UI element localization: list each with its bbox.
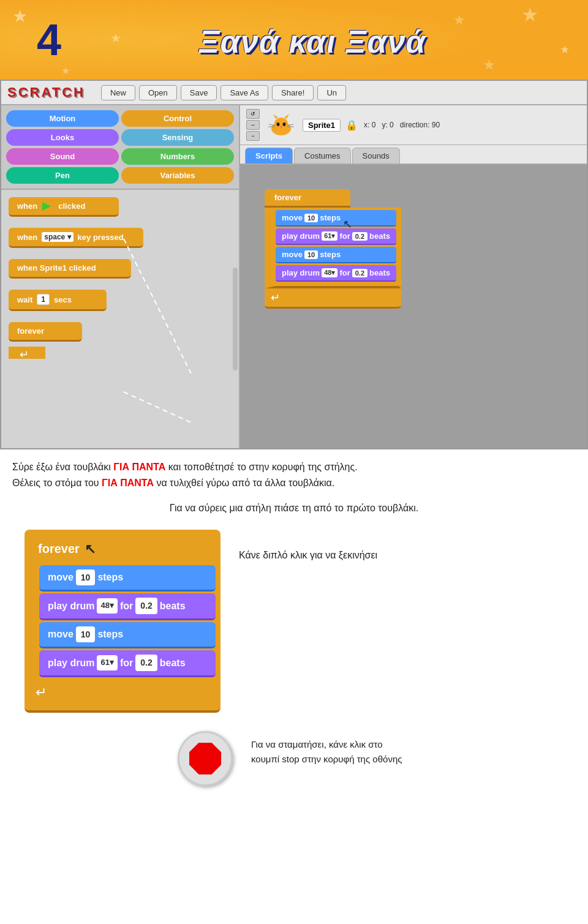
content-area: Σύρε έξω ένα τουβλάκι ΓΙΑ ΠΑΝΤΑ και τοπο…	[0, 449, 588, 802]
space-dropdown[interactable]: space ▾	[42, 232, 73, 242]
big-drum1-value[interactable]: 0.2	[135, 598, 157, 614]
sprite-x: 0	[372, 121, 376, 129]
drum1-beats-value[interactable]: 0.2	[352, 232, 368, 241]
when2-label: when	[17, 233, 37, 242]
block-when-space[interactable]: when space ▾ key pressed	[9, 228, 232, 253]
highlight-for-panta-2: ΓΙΑ ΠΑΝΤΑ	[102, 478, 154, 488]
share-button[interactable]: Share!	[272, 85, 314, 100]
resize-btn[interactable]: ↔	[246, 120, 260, 130]
flag-icon	[42, 202, 53, 211]
new-button[interactable]: New	[101, 85, 135, 100]
side-note-text: Κάνε διπλό κλικ για να ξεκινήσει	[239, 550, 377, 560]
lock-icon: 🔒	[345, 119, 358, 131]
big-block-move2[interactable]: move 10 steps	[39, 622, 216, 648]
star-icon: ★	[483, 56, 496, 73]
open-button[interactable]: Open	[139, 85, 177, 100]
undo-button[interactable]: Un	[317, 85, 346, 100]
forever-arrow: ↵	[20, 348, 29, 361]
big-drum1-label: play drum	[48, 598, 94, 614]
star-icon: ★	[12, 6, 28, 26]
scratch-main: Motion Control Looks Sensing Sound Numbe…	[1, 105, 587, 448]
forever-script-block[interactable]: forever move 10 steps play drum 61▾ for	[265, 189, 401, 309]
category-looks[interactable]: Looks	[6, 129, 119, 146]
scratch-toolbar: SCRATCH New Open Save Save As Share! Un	[1, 81, 587, 105]
for1-label: for	[339, 231, 350, 241]
save-as-button[interactable]: Save As	[221, 85, 268, 100]
instruction-text-2: Θέλεις το στόμα του ΓΙΑ ΠΑΝΤΑ να τυλιχθε…	[12, 475, 576, 491]
forever-footer-arrow: ↵	[271, 291, 280, 304]
block-wait[interactable]: wait 1 secs	[9, 290, 232, 316]
big-move1-value[interactable]: 10	[76, 569, 96, 585]
stop-note-text: Για να σταματήσει, κάνε κλικ στο κουμπί …	[251, 737, 410, 767]
category-sensing[interactable]: Sensing	[121, 129, 234, 146]
block-forever[interactable]: forever ↵	[9, 322, 232, 359]
big-move2-value[interactable]: 10	[76, 626, 96, 642]
script-canvas: forever move 10 steps play drum 61▾ for	[240, 165, 587, 448]
save-button[interactable]: Save	[181, 85, 217, 100]
drum2-beats-value[interactable]: 0.2	[352, 269, 368, 277]
category-sound[interactable]: Sound	[6, 148, 119, 165]
svg-line-1	[124, 392, 191, 423]
big-drum1-dropdown[interactable]: 48▾	[97, 598, 117, 614]
sprite-coords: x: 0 y: 0 direction: 90	[364, 121, 440, 129]
sprite-direction: 90	[432, 121, 440, 129]
stop-octagon-icon	[189, 743, 221, 775]
big-drum2-value[interactable]: 0.2	[135, 655, 157, 670]
sprite-cat	[266, 113, 296, 137]
move1-value[interactable]: 10	[304, 214, 318, 222]
when-label: when	[17, 201, 37, 211]
blocks-scrollbar[interactable]	[233, 268, 238, 371]
shrink-btn[interactable]: −	[246, 131, 260, 141]
wait-value[interactable]: 1	[37, 294, 50, 305]
key-pressed-label: key pressed	[78, 233, 124, 242]
big-drum2-dropdown[interactable]: 61▾	[97, 655, 117, 670]
sprite-name-field[interactable]: Sprite1	[303, 119, 341, 132]
inner-block-drum1[interactable]: play drum 61▾ for 0.2 beats	[276, 228, 396, 245]
side-note: Κάνε διπλό κλικ για να ξεκινήσει	[239, 548, 377, 563]
svg-point-7	[283, 122, 286, 126]
big-forever-label: forever	[38, 539, 80, 558]
big-blocks-inner: move 10 steps play drum 48▾ for 0.2 beat…	[29, 563, 216, 679]
big-footer-arrow-icon: ↵	[36, 682, 47, 703]
refresh-btn[interactable]: ↺	[246, 109, 260, 119]
move2-value[interactable]: 10	[304, 250, 318, 259]
big-block-move1[interactable]: move 10 steps	[39, 565, 216, 592]
tab-costumes[interactable]: Costumes	[294, 148, 351, 163]
star-icon: ★	[61, 65, 70, 77]
drum1-dropdown[interactable]: 61▾	[322, 231, 337, 241]
header-title: Ξανά και Ξανά	[162, 20, 426, 61]
svg-point-8	[280, 126, 282, 128]
big-beats2-label: beats	[160, 655, 186, 671]
forever-body: move 10 steps play drum 61▾ for 0.2 beat…	[265, 208, 401, 288]
stage-controls: ↺ ↔ −	[246, 109, 260, 141]
centered-instruction: Για να σύρεις μια στήλη πιάσε τη από το …	[12, 500, 576, 516]
big-drum2-label: play drum	[48, 655, 94, 671]
drum2-dropdown[interactable]: 48▾	[322, 268, 337, 277]
for2-label: for	[339, 268, 350, 277]
block-when-clicked[interactable]: when clicked	[9, 197, 232, 222]
steps2-label: steps	[320, 250, 341, 259]
big-block-drum2[interactable]: play drum 61▾ for 0.2 beats	[39, 650, 216, 677]
inner-block-drum2[interactable]: play drum 48▾ for 0.2 beats	[276, 265, 396, 282]
steps1-label: steps	[320, 213, 341, 222]
clicked-label: clicked	[58, 201, 85, 211]
beats2-label: beats	[369, 268, 390, 277]
category-motion[interactable]: Motion	[6, 110, 119, 127]
category-pen[interactable]: Pen	[6, 167, 119, 184]
beats1-label: beats	[369, 231, 390, 241]
big-forever-block[interactable]: forever ↖ move 10 steps play drum 48▾ fo…	[24, 530, 221, 713]
sprite-info: Sprite1 🔒	[303, 119, 358, 132]
block-when-sprite[interactable]: when Sprite1 clicked	[9, 259, 232, 284]
drum2-label: play drum	[282, 268, 320, 277]
category-variables[interactable]: Variables	[121, 167, 234, 184]
tab-sounds[interactable]: Sounds	[352, 148, 400, 163]
big-blocks-footer: ↵	[29, 679, 216, 705]
big-block-drum1[interactable]: play drum 48▾ for 0.2 beats	[39, 593, 216, 620]
category-control[interactable]: Control	[121, 110, 234, 127]
inner-block-move2[interactable]: move 10 steps	[276, 247, 396, 263]
stage-tabs: Scripts Costumes Sounds	[240, 145, 587, 165]
category-numbers[interactable]: Numbers	[121, 148, 234, 165]
inner-block-move1[interactable]: move 10 steps	[276, 210, 396, 227]
stop-button[interactable]	[178, 731, 233, 786]
tab-scripts[interactable]: Scripts	[245, 148, 293, 163]
